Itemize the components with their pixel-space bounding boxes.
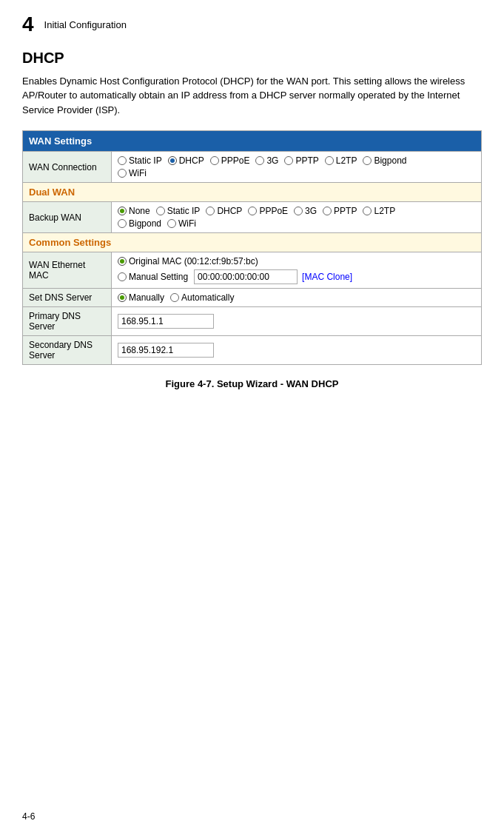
radio-wifi-label: WiFi: [129, 168, 147, 178]
radio-dhcp-label: DHCP: [179, 155, 204, 166]
section-title: DHCP: [22, 50, 482, 67]
backup-radio-pptp[interactable]: PPTP: [323, 206, 357, 216]
wan-connection-row: WAN Connection Static IP DHCP PPPoE: [23, 152, 482, 183]
backup-radio-3g[interactable]: 3G: [294, 206, 317, 216]
backup-radio-dhcp-circle: [206, 207, 215, 215]
mac-address-input[interactable]: [194, 269, 298, 284]
radio-original-mac-label: Original MAC (00:12:cf:9b:57:bc): [129, 256, 258, 266]
radio-bigpond[interactable]: Bigpond: [363, 155, 406, 166]
radio-3g-circle: [255, 156, 264, 165]
backup-wan-radio-group-row2: Bigpond WiFi: [118, 218, 475, 229]
backup-wan-radio-group: None Static IP DHCP PPPoE: [118, 206, 475, 216]
wan-settings-table: WAN Settings WAN Connection Static IP DH…: [22, 130, 482, 365]
backup-radio-wifi-label: WiFi: [178, 218, 196, 229]
radio-wifi-circle: [118, 169, 127, 178]
backup-radio-dhcp-label: DHCP: [217, 206, 242, 216]
backup-radio-3g-circle: [294, 207, 303, 215]
backup-radio-pppoe-label: PPPoE: [259, 206, 288, 216]
radio-dhcp-circle: [168, 156, 177, 165]
backup-radio-l2tp[interactable]: L2TP: [363, 206, 395, 216]
radio-manually-circle: [118, 293, 127, 302]
backup-radio-bigpond[interactable]: Bigpond: [118, 218, 161, 229]
backup-radio-wifi[interactable]: WiFi: [167, 218, 196, 229]
backup-radio-pptp-label: PPTP: [334, 206, 357, 216]
wan-connection-content: Static IP DHCP PPPoE 3G: [112, 152, 482, 183]
radio-3g[interactable]: 3G: [255, 155, 278, 166]
radio-automatically-label: Automatically: [181, 292, 234, 303]
backup-radio-none-label: None: [129, 206, 150, 216]
radio-l2tp-label: L2TP: [336, 155, 357, 166]
backup-radio-pppoe-circle: [248, 207, 257, 215]
radio-manual-setting-label: Manual Setting: [129, 272, 188, 282]
primary-dns-label: Primary DNS Server: [23, 307, 112, 336]
chapter-number: 4: [22, 13, 34, 36]
radio-l2tp-circle: [325, 156, 334, 165]
backup-radio-wifi-circle: [167, 219, 176, 228]
set-dns-server-content: Manually Automatically: [112, 289, 482, 307]
backup-radio-l2tp-label: L2TP: [374, 206, 395, 216]
mac-radio-group-row2: Manual Setting [MAC Clone]: [118, 269, 475, 284]
backup-wan-content: None Static IP DHCP PPPoE: [112, 202, 482, 233]
backup-radio-none[interactable]: None: [118, 206, 150, 216]
radio-pptp-circle: [284, 156, 293, 165]
radio-manual-setting[interactable]: Manual Setting: [118, 272, 188, 282]
secondary-dns-content: [112, 336, 482, 365]
radio-3g-label: 3G: [266, 155, 278, 166]
backup-radio-none-circle: [118, 207, 127, 215]
wan-ethernet-mac-label: WAN Ethernet MAC: [23, 252, 112, 289]
radio-manually[interactable]: Manually: [118, 292, 164, 303]
radio-pptp-label: PPTP: [295, 155, 318, 166]
wan-ethernet-mac-content: Original MAC (00:12:cf:9b:57:bc) Manual …: [112, 252, 482, 289]
radio-manual-setting-circle: [118, 272, 127, 281]
backup-radio-static-ip[interactable]: Static IP: [156, 206, 201, 216]
backup-radio-bigpond-circle: [118, 219, 127, 228]
secondary-dns-input[interactable]: [118, 343, 214, 358]
radio-static-ip[interactable]: Static IP: [118, 155, 162, 166]
radio-l2tp[interactable]: L2TP: [325, 155, 357, 166]
set-dns-server-row: Set DNS Server Manually Automatically: [23, 289, 482, 307]
backup-radio-dhcp[interactable]: DHCP: [206, 206, 242, 216]
radio-bigpond-label: Bigpond: [374, 155, 406, 166]
radio-original-mac[interactable]: Original MAC (00:12:cf:9b:57:bc): [118, 256, 258, 266]
radio-static-ip-circle: [118, 156, 127, 165]
backup-radio-static-ip-circle: [156, 207, 165, 215]
table-header-cell: WAN Settings: [23, 131, 482, 152]
backup-radio-pppoe[interactable]: PPPoE: [248, 206, 288, 216]
dual-wan-header-cell: Dual WAN: [23, 183, 482, 202]
primary-dns-input[interactable]: [118, 314, 214, 329]
backup-radio-3g-label: 3G: [305, 206, 317, 216]
common-settings-header-cell: Common Settings: [23, 233, 482, 252]
wan-connection-radio-group-row2: WiFi: [118, 168, 475, 178]
mac-clone-link[interactable]: [MAC Clone]: [302, 272, 352, 282]
wan-ethernet-mac-row: WAN Ethernet MAC Original MAC (00:12:cf:…: [23, 252, 482, 289]
radio-automatically[interactable]: Automatically: [170, 292, 234, 303]
backup-wan-label: Backup WAN: [23, 202, 112, 233]
backup-radio-bigpond-label: Bigpond: [129, 218, 161, 229]
backup-radio-l2tp-circle: [363, 207, 372, 215]
chapter-title: Initial Configuration: [44, 13, 127, 30]
dns-radio-group: Manually Automatically: [118, 292, 475, 303]
backup-wan-row: Backup WAN None Static IP DHCP: [23, 202, 482, 233]
figure-caption: Figure 4-7. Setup Wizard - WAN DHCP: [22, 378, 482, 389]
page-wrapper: 4 Initial Configuration DHCP Enables Dyn…: [0, 0, 504, 835]
radio-dhcp[interactable]: DHCP: [168, 155, 204, 166]
radio-pppoe-label: PPPoE: [221, 155, 250, 166]
radio-wifi[interactable]: WiFi: [118, 168, 147, 178]
dual-wan-header-row: Dual WAN: [23, 183, 482, 202]
mac-radio-group-row1: Original MAC (00:12:cf:9b:57:bc): [118, 256, 475, 266]
page-number: 4-6: [22, 811, 35, 822]
secondary-dns-row: Secondary DNS Server: [23, 336, 482, 365]
radio-pppoe[interactable]: PPPoE: [210, 155, 250, 166]
backup-radio-pptp-circle: [323, 207, 332, 215]
radio-original-mac-circle: [118, 257, 127, 266]
secondary-dns-label: Secondary DNS Server: [23, 336, 112, 365]
table-header-row: WAN Settings: [23, 131, 482, 152]
radio-automatically-circle: [170, 293, 179, 302]
radio-pptp[interactable]: PPTP: [284, 155, 318, 166]
set-dns-server-label: Set DNS Server: [23, 289, 112, 307]
primary-dns-content: [112, 307, 482, 336]
primary-dns-row: Primary DNS Server: [23, 307, 482, 336]
backup-radio-static-ip-label: Static IP: [167, 206, 201, 216]
radio-bigpond-circle: [363, 156, 372, 165]
radio-pppoe-circle: [210, 156, 219, 165]
